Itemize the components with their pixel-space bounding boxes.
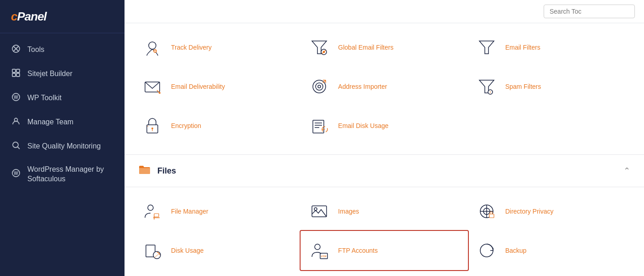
global-email-filters-label: Global Email Filters [338, 44, 393, 51]
sitejet-icon [11, 68, 21, 80]
spam-filters-label: Spam Filters [505, 83, 541, 90]
tool-jetbackup[interactable]: JetBackup 5 [468, 270, 635, 276]
email-filters-icon [475, 36, 498, 59]
svg-point-60 [315, 244, 320, 250]
tools-icon [11, 44, 21, 56]
tool-email-filters[interactable]: Email Filters [468, 28, 635, 67]
disk-usage-icon [141, 239, 164, 262]
svg-rect-3 [12, 69, 16, 72]
svg-point-36 [151, 128, 153, 129]
svg-point-44 [148, 205, 153, 210]
email-disk-usage-icon [308, 114, 331, 137]
track-delivery-icon [141, 36, 164, 59]
tool-encryption[interactable]: Encryption [134, 106, 301, 145]
svg-point-28 [318, 85, 321, 88]
tool-backup[interactable]: Backup [468, 231, 635, 270]
sidebar-item-sitejet-label: Sitejet Builder [27, 69, 73, 79]
tool-email-disk-usage[interactable]: Email Disk Usage [301, 106, 467, 145]
tool-email-deliverability[interactable]: Email Deliverability [134, 67, 301, 106]
sidebar-item-sitejet[interactable]: Sitejet Builder [0, 62, 125, 86]
email-filters-label: Email Filters [505, 44, 540, 51]
sidebar-logo: cPanel [0, 0, 125, 33]
email-deliverability-icon [141, 75, 164, 98]
files-tools-grid: File Manager Images [125, 187, 644, 276]
svg-rect-54 [489, 214, 494, 218]
svg-point-10 [13, 142, 18, 148]
images-icon [308, 200, 331, 223]
address-importer-icon [308, 75, 331, 98]
svg-text:W: W [14, 95, 18, 100]
svg-rect-48 [312, 206, 327, 217]
sitequality-icon [11, 141, 21, 152]
sidebar-item-manageteam-label: Manage Team [27, 118, 73, 127]
wpmanager-icon: W [11, 169, 21, 180]
images-label: Images [338, 208, 359, 215]
sidebar-item-wptoolkit[interactable]: W WP Toolkit [0, 86, 125, 110]
backup-icon [475, 239, 498, 262]
disk-usage-label: Disk Usage [171, 247, 204, 254]
files-section-toggle[interactable]: ⌃ [623, 166, 630, 176]
file-manager-icon [141, 200, 164, 223]
sidebar-navigation: Tools Sitejet Builder W WP Toolkit [0, 33, 125, 190]
svg-line-11 [18, 147, 20, 149]
manageteam-icon [11, 117, 21, 128]
sidebar-item-sitequality[interactable]: Site Quality Monitoring [0, 134, 125, 158]
svg-point-25 [159, 92, 161, 94]
sidebar-item-wpmanager[interactable]: W WordPress Manager by Softaculous [0, 158, 125, 190]
encryption-label: Encryption [171, 122, 201, 129]
sidebar-item-wptoolkit-label: WP Toolkit [27, 93, 62, 103]
tool-global-email-filters[interactable]: Global Email Filters [301, 28, 467, 67]
header-bar [125, 0, 644, 23]
main-content: Track Delivery Global Email Filters [125, 0, 644, 276]
email-deliverability-label: Email Deliverability [171, 83, 225, 90]
tool-directory-privacy[interactable]: Directory Privacy [468, 192, 635, 231]
tool-file-manager[interactable]: File Manager [134, 192, 301, 231]
tool-spam-filters[interactable]: ! Spam Filters [468, 67, 635, 106]
spam-filters-icon: ! [475, 75, 498, 98]
tool-track-delivery[interactable]: Track Delivery [134, 28, 301, 67]
sidebar-item-sitequality-label: Site Quality Monitoring [27, 142, 101, 151]
backup-label: Backup [505, 247, 527, 254]
svg-marker-22 [479, 41, 494, 54]
tool-address-importer[interactable]: Address Importer [301, 67, 467, 106]
svg-rect-6 [16, 73, 20, 77]
svg-text:W: W [14, 171, 18, 176]
ftp-accounts-icon: FTP [308, 239, 331, 262]
files-folder-icon [138, 163, 151, 179]
email-disk-usage-label: Email Disk Usage [338, 122, 388, 129]
address-importer-label: Address Importer [338, 83, 387, 90]
sidebar-item-wpmanager-label: WordPress Manager by Softaculous [27, 165, 114, 184]
files-section-header[interactable]: Files ⌃ [125, 155, 644, 187]
svg-point-14 [149, 42, 156, 49]
email-tools-grid: Track Delivery Global Email Filters [125, 23, 644, 154]
file-manager-label: File Manager [171, 208, 208, 215]
tool-images[interactable]: Images [301, 192, 467, 231]
svg-text:FTP: FTP [322, 255, 327, 258]
sidebar-item-manageteam[interactable]: Manage Team [0, 110, 125, 134]
global-email-filters-icon [308, 36, 331, 59]
search-input[interactable] [544, 5, 635, 18]
tool-backup-wizard[interactable]: Backup Wizard [134, 270, 301, 276]
wptoolkit-icon: W [11, 92, 21, 104]
sidebar: cPanel Tools Sitejet Bui [0, 0, 125, 276]
directory-privacy-icon [475, 200, 498, 223]
content-area: Track Delivery Global Email Filters [125, 23, 644, 276]
svg-rect-4 [16, 69, 20, 72]
encryption-icon [141, 114, 164, 137]
files-section: Files ⌃ File Man [125, 155, 644, 276]
sidebar-item-tools[interactable]: Tools [0, 38, 125, 62]
email-section: Track Delivery Global Email Filters [125, 23, 644, 155]
svg-text:!: ! [489, 91, 490, 94]
tool-disk-usage[interactable]: Disk Usage [134, 231, 301, 270]
ftp-accounts-label: FTP Accounts [338, 247, 378, 254]
svg-rect-47 [154, 214, 159, 217]
directory-privacy-label: Directory Privacy [505, 208, 554, 215]
track-delivery-label: Track Delivery [171, 44, 212, 51]
svg-rect-5 [12, 73, 16, 77]
files-section-title-row: Files [138, 163, 176, 179]
sidebar-item-tools-label: Tools [27, 45, 44, 55]
tool-git-version-control[interactable]: Git™ Version Control [301, 270, 467, 276]
files-section-title: Files [157, 166, 176, 176]
svg-point-27 [316, 83, 323, 90]
tool-ftp-accounts[interactable]: FTP FTP Accounts [301, 231, 467, 270]
